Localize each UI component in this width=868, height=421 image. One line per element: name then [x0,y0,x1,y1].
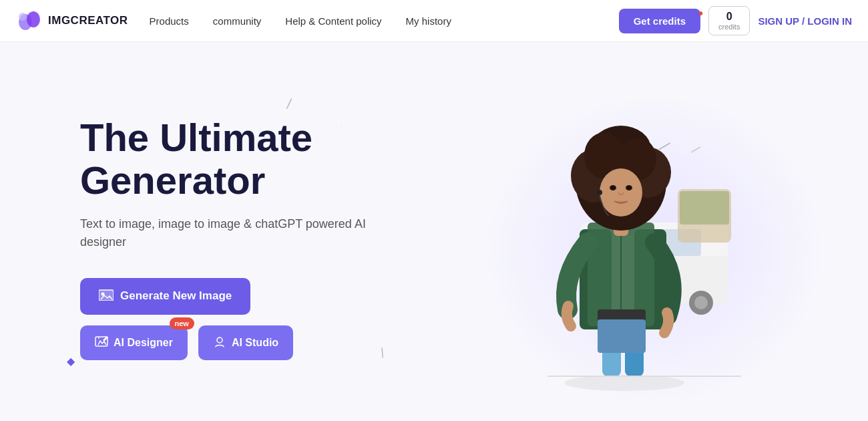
deco-slash-1: / [286,96,293,114]
logo-link[interactable]: IMGCREATOR [16,7,128,34]
hero-section: / · ◆ / The Ultimate Generator Text to i… [0,42,868,421]
svg-point-1 [27,11,40,27]
generate-image-button[interactable]: Generate New Image [80,278,250,315]
hero-buttons: Generate New Image AI Designer new [80,278,441,360]
svg-point-8 [217,337,222,343]
svg-point-2 [19,13,27,21]
hero-image-area: · [441,82,801,394]
new-badge: new [170,317,194,329]
credits-label: credits [718,23,740,31]
svg-point-35 [600,168,642,217]
hero-title: The Ultimate Generator [80,116,441,202]
nav-links: Products community Help & Content policy… [150,15,619,27]
credits-number: 0 [718,11,740,23]
svg-point-38 [611,186,615,190]
nav-right: Get credits 0 credits SIGN UP / LOGIN IN [619,6,852,35]
svg-point-40 [597,190,602,195]
deco-diamond: ◆ [67,355,75,368]
svg-point-18 [564,375,684,391]
svg-point-17 [694,296,708,309]
credits-box[interactable]: 0 credits [708,6,750,35]
logo-text: IMGCREATOR [48,14,128,27]
nav-community[interactable]: community [213,15,262,27]
navbar: IMGCREATOR Products community Help & Con… [0,0,868,42]
ai-studio-icon [213,335,226,351]
ai-designer-icon [95,335,108,351]
ai-studio-button[interactable]: AI Studio [198,325,293,360]
hero-subtitle: Text to image, image to image & chatGPT … [80,215,374,251]
hero-content: The Ultimate Generator Text to image, im… [80,116,441,360]
get-credits-button[interactable]: Get credits [619,9,700,33]
hero-model-image [494,89,748,399]
signup-button[interactable]: SIGN UP / LOGIN IN [758,15,852,27]
nav-help[interactable]: Help & Content policy [285,15,381,27]
nav-history[interactable]: My history [406,15,451,27]
svg-rect-27 [598,319,646,353]
secondary-buttons-row: AI Designer new AI Studio [80,325,441,360]
logo-icon [16,7,43,34]
ai-designer-button[interactable]: AI Designer new [80,325,188,360]
svg-rect-43 [680,191,729,225]
svg-point-39 [627,186,631,190]
generate-icon [99,289,114,304]
nav-products[interactable]: Products [150,15,189,27]
